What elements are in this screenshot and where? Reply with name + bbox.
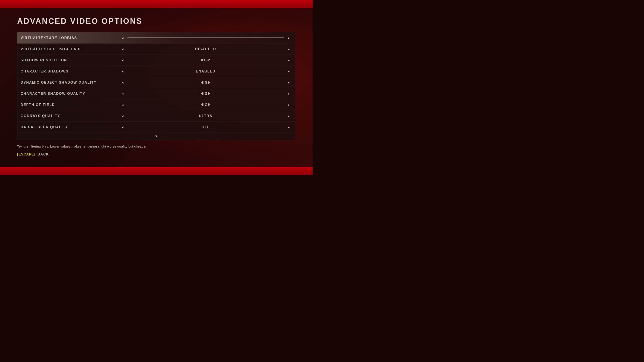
arrow-right-godrays-quality[interactable]: ►	[286, 113, 292, 119]
option-value-depth-of-field: HIGH	[126, 103, 286, 107]
option-label-godrays-quality: GODRAYS QUALITY	[20, 114, 119, 118]
arrow-left-character-shadow-quality[interactable]: ◄	[119, 91, 126, 96]
option-value-character-shadows: ENABLED	[126, 69, 286, 73]
top-bar	[0, 0, 312, 8]
main-content: ADVANCED VIDEO OPTIONS VIRTUALTEXTURE LO…	[0, 8, 312, 167]
option-value-radial-blur-quality: OFF	[126, 125, 286, 129]
option-label-dynamic-object-shadow-quality: DYNAMIC OBJECT SHADOW QUALITY	[20, 81, 119, 84]
slider-fill-virtualtexture-lodbias	[128, 37, 284, 38]
option-control-virtualtexture-page-fade: ◄DISABLED►	[119, 46, 292, 52]
arrow-left-dynamic-object-shadow-quality[interactable]: ◄	[119, 80, 126, 85]
arrow-left-radial-blur-quality[interactable]: ◄	[119, 124, 126, 130]
option-value-dynamic-object-shadow-quality: HIGH	[126, 81, 286, 84]
option-control-radial-blur-quality: ◄OFF►	[119, 124, 292, 130]
arrow-left-godrays-quality[interactable]: ◄	[119, 113, 126, 119]
back-action-label: BACK	[37, 152, 49, 156]
option-row-radial-blur-quality[interactable]: RADIAL BLUR QUALITY◄OFF►	[18, 122, 295, 133]
option-label-virtualtexture-page-fade: VIRTUALTEXTURE PAGE FADE	[20, 47, 119, 51]
page-title: ADVANCED VIDEO OPTIONS	[17, 17, 296, 26]
option-label-shadow-resolution: SHADOW RESOLUTION	[20, 58, 119, 62]
option-label-virtualtexture-lodbias: VIRTUALTEXTURE LODBIAS	[20, 36, 119, 40]
option-control-godrays-quality: ◄ULTRA►	[119, 113, 292, 119]
arrow-right-character-shadows[interactable]: ►	[286, 69, 292, 74]
slider-container-virtualtexture-lodbias[interactable]	[126, 37, 286, 38]
option-label-character-shadow-quality: CHARACTER SHADOW QUALITY	[20, 92, 119, 96]
option-control-depth-of-field: ◄HIGH►	[119, 102, 292, 108]
option-value-godrays-quality: ULTRA	[126, 114, 286, 118]
option-row-shadow-resolution[interactable]: SHADOW RESOLUTION◄8192►	[18, 55, 295, 66]
arrow-right-depth-of-field[interactable]: ►	[286, 102, 292, 108]
escape-key-label: [ESCAPE]	[17, 152, 35, 156]
arrow-left-virtualtexture-page-fade[interactable]: ◄	[119, 46, 126, 52]
option-label-radial-blur-quality: RADIAL BLUR QUALITY	[20, 125, 119, 129]
option-control-virtualtexture-lodbias: ◄►	[119, 35, 292, 41]
option-control-character-shadow-quality: ◄HIGH►	[119, 91, 292, 96]
option-label-depth-of-field: DEPTH OF FIELD	[20, 103, 119, 107]
option-row-virtualtexture-page-fade[interactable]: VIRTUALTEXTURE PAGE FADE◄DISABLED►	[18, 43, 295, 55]
slider-track-virtualtexture-lodbias[interactable]	[128, 37, 284, 38]
arrow-right-character-shadow-quality[interactable]: ►	[286, 91, 292, 96]
arrow-right-radial-blur-quality[interactable]: ►	[286, 124, 292, 130]
option-control-shadow-resolution: ◄8192►	[119, 57, 292, 63]
arrow-left-shadow-resolution[interactable]: ◄	[119, 57, 126, 63]
option-row-godrays-quality[interactable]: GODRAYS QUALITY◄ULTRA►	[18, 110, 295, 122]
option-row-depth-of-field[interactable]: DEPTH OF FIELD◄HIGH►	[18, 99, 295, 110]
arrow-right-dynamic-object-shadow-quality[interactable]: ►	[286, 80, 292, 85]
scroll-down-indicator: ▼	[18, 133, 295, 140]
arrow-right-virtualtexture-lodbias[interactable]: ►	[286, 35, 292, 41]
arrow-left-virtualtexture-lodbias[interactable]: ◄	[119, 35, 126, 41]
option-value-shadow-resolution: 8192	[126, 58, 286, 62]
option-control-character-shadows: ◄ENABLED►	[119, 69, 292, 74]
option-row-character-shadow-quality[interactable]: CHARACTER SHADOW QUALITY◄HIGH►	[18, 88, 295, 99]
option-value-virtualtexture-page-fade: DISABLED	[126, 47, 286, 51]
bottom-bar	[0, 167, 312, 175]
arrow-right-shadow-resolution[interactable]: ►	[286, 57, 292, 63]
option-row-character-shadows[interactable]: CHARACTER SHADOWS◄ENABLED►	[18, 66, 295, 77]
options-panel: VIRTUALTEXTURE LODBIAS◄►VIRTUALTEXTURE P…	[17, 32, 296, 140]
option-label-character-shadows: CHARACTER SHADOWS	[20, 69, 119, 73]
back-button[interactable]: [ESCAPE] BACK	[17, 152, 296, 156]
arrow-left-character-shadows[interactable]: ◄	[119, 69, 126, 74]
option-control-dynamic-object-shadow-quality: ◄HIGH►	[119, 80, 292, 85]
arrow-left-depth-of-field[interactable]: ◄	[119, 102, 126, 108]
option-row-virtualtexture-lodbias[interactable]: VIRTUALTEXTURE LODBIAS◄►	[18, 32, 295, 43]
option-description: Texture filtering bias. Lower values mak…	[17, 145, 296, 148]
option-row-dynamic-object-shadow-quality[interactable]: DYNAMIC OBJECT SHADOW QUALITY◄HIGH►	[18, 77, 295, 88]
option-value-character-shadow-quality: HIGH	[126, 92, 286, 96]
arrow-right-virtualtexture-page-fade[interactable]: ►	[286, 46, 292, 52]
